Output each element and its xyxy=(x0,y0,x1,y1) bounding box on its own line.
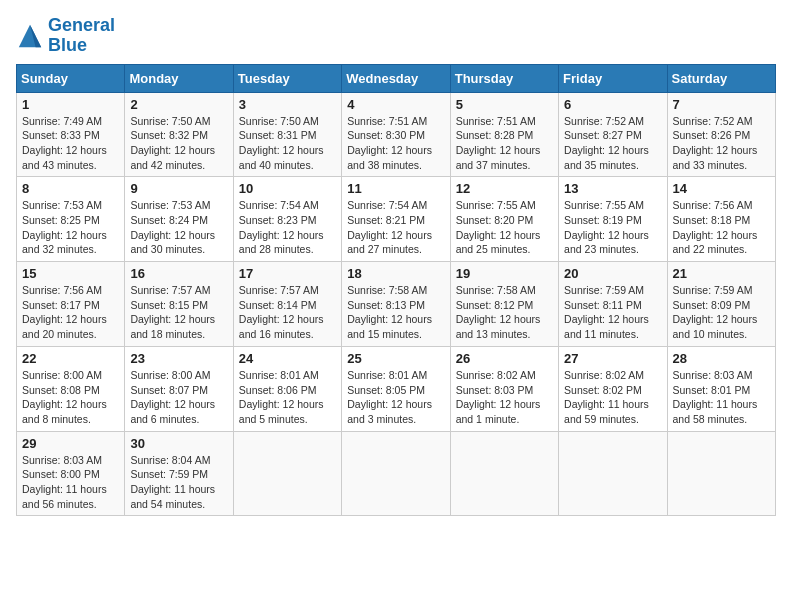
calendar-cell: 1Sunrise: 7:49 AMSunset: 8:33 PMDaylight… xyxy=(17,92,125,177)
day-info: Sunrise: 8:03 AMSunset: 8:01 PMDaylight:… xyxy=(673,368,770,427)
day-number: 7 xyxy=(673,97,770,112)
logo: General Blue xyxy=(16,16,115,56)
calendar-cell: 15Sunrise: 7:56 AMSunset: 8:17 PMDayligh… xyxy=(17,262,125,347)
dow-header: Friday xyxy=(559,64,667,92)
day-number: 4 xyxy=(347,97,444,112)
day-info: Sunrise: 7:56 AMSunset: 8:17 PMDaylight:… xyxy=(22,283,119,342)
day-number: 9 xyxy=(130,181,227,196)
day-number: 25 xyxy=(347,351,444,366)
calendar-table: SundayMondayTuesdayWednesdayThursdayFrid… xyxy=(16,64,776,517)
day-number: 18 xyxy=(347,266,444,281)
calendar-cell xyxy=(450,431,558,516)
day-info: Sunrise: 7:53 AMSunset: 8:24 PMDaylight:… xyxy=(130,198,227,257)
day-info: Sunrise: 7:59 AMSunset: 8:09 PMDaylight:… xyxy=(673,283,770,342)
calendar-cell: 10Sunrise: 7:54 AMSunset: 8:23 PMDayligh… xyxy=(233,177,341,262)
day-number: 28 xyxy=(673,351,770,366)
day-number: 16 xyxy=(130,266,227,281)
day-info: Sunrise: 8:01 AMSunset: 8:06 PMDaylight:… xyxy=(239,368,336,427)
day-info: Sunrise: 7:51 AMSunset: 8:30 PMDaylight:… xyxy=(347,114,444,173)
day-number: 10 xyxy=(239,181,336,196)
day-number: 14 xyxy=(673,181,770,196)
page-header: General Blue xyxy=(16,16,776,56)
calendar-cell: 16Sunrise: 7:57 AMSunset: 8:15 PMDayligh… xyxy=(125,262,233,347)
dow-header: Sunday xyxy=(17,64,125,92)
day-number: 19 xyxy=(456,266,553,281)
calendar-cell: 27Sunrise: 8:02 AMSunset: 8:02 PMDayligh… xyxy=(559,346,667,431)
day-info: Sunrise: 7:52 AMSunset: 8:27 PMDaylight:… xyxy=(564,114,661,173)
calendar-cell xyxy=(233,431,341,516)
calendar-cell xyxy=(667,431,775,516)
calendar-cell: 24Sunrise: 8:01 AMSunset: 8:06 PMDayligh… xyxy=(233,346,341,431)
day-info: Sunrise: 7:54 AMSunset: 8:21 PMDaylight:… xyxy=(347,198,444,257)
day-info: Sunrise: 7:55 AMSunset: 8:20 PMDaylight:… xyxy=(456,198,553,257)
calendar-cell: 14Sunrise: 7:56 AMSunset: 8:18 PMDayligh… xyxy=(667,177,775,262)
day-number: 23 xyxy=(130,351,227,366)
calendar-cell: 30Sunrise: 8:04 AMSunset: 7:59 PMDayligh… xyxy=(125,431,233,516)
day-info: Sunrise: 8:02 AMSunset: 8:03 PMDaylight:… xyxy=(456,368,553,427)
day-info: Sunrise: 7:49 AMSunset: 8:33 PMDaylight:… xyxy=(22,114,119,173)
calendar-cell xyxy=(559,431,667,516)
day-info: Sunrise: 7:58 AMSunset: 8:13 PMDaylight:… xyxy=(347,283,444,342)
calendar-cell: 23Sunrise: 8:00 AMSunset: 8:07 PMDayligh… xyxy=(125,346,233,431)
day-number: 6 xyxy=(564,97,661,112)
day-number: 30 xyxy=(130,436,227,451)
day-number: 3 xyxy=(239,97,336,112)
calendar-cell: 18Sunrise: 7:58 AMSunset: 8:13 PMDayligh… xyxy=(342,262,450,347)
day-info: Sunrise: 7:56 AMSunset: 8:18 PMDaylight:… xyxy=(673,198,770,257)
calendar-cell: 19Sunrise: 7:58 AMSunset: 8:12 PMDayligh… xyxy=(450,262,558,347)
day-number: 22 xyxy=(22,351,119,366)
day-info: Sunrise: 8:00 AMSunset: 8:07 PMDaylight:… xyxy=(130,368,227,427)
calendar-cell: 7Sunrise: 7:52 AMSunset: 8:26 PMDaylight… xyxy=(667,92,775,177)
day-info: Sunrise: 7:59 AMSunset: 8:11 PMDaylight:… xyxy=(564,283,661,342)
day-number: 12 xyxy=(456,181,553,196)
calendar-cell: 6Sunrise: 7:52 AMSunset: 8:27 PMDaylight… xyxy=(559,92,667,177)
dow-header: Saturday xyxy=(667,64,775,92)
calendar-cell: 20Sunrise: 7:59 AMSunset: 8:11 PMDayligh… xyxy=(559,262,667,347)
calendar-cell: 13Sunrise: 7:55 AMSunset: 8:19 PMDayligh… xyxy=(559,177,667,262)
calendar-cell: 29Sunrise: 8:03 AMSunset: 8:00 PMDayligh… xyxy=(17,431,125,516)
calendar-cell: 25Sunrise: 8:01 AMSunset: 8:05 PMDayligh… xyxy=(342,346,450,431)
calendar-cell: 17Sunrise: 7:57 AMSunset: 8:14 PMDayligh… xyxy=(233,262,341,347)
day-number: 1 xyxy=(22,97,119,112)
day-number: 29 xyxy=(22,436,119,451)
calendar-cell: 4Sunrise: 7:51 AMSunset: 8:30 PMDaylight… xyxy=(342,92,450,177)
dow-header: Tuesday xyxy=(233,64,341,92)
calendar-cell: 5Sunrise: 7:51 AMSunset: 8:28 PMDaylight… xyxy=(450,92,558,177)
day-info: Sunrise: 8:03 AMSunset: 8:00 PMDaylight:… xyxy=(22,453,119,512)
day-number: 24 xyxy=(239,351,336,366)
day-info: Sunrise: 7:53 AMSunset: 8:25 PMDaylight:… xyxy=(22,198,119,257)
calendar-cell: 28Sunrise: 8:03 AMSunset: 8:01 PMDayligh… xyxy=(667,346,775,431)
day-info: Sunrise: 7:57 AMSunset: 8:14 PMDaylight:… xyxy=(239,283,336,342)
calendar-cell: 12Sunrise: 7:55 AMSunset: 8:20 PMDayligh… xyxy=(450,177,558,262)
day-info: Sunrise: 7:55 AMSunset: 8:19 PMDaylight:… xyxy=(564,198,661,257)
calendar-cell xyxy=(342,431,450,516)
day-info: Sunrise: 7:50 AMSunset: 8:32 PMDaylight:… xyxy=(130,114,227,173)
day-info: Sunrise: 7:50 AMSunset: 8:31 PMDaylight:… xyxy=(239,114,336,173)
day-info: Sunrise: 7:58 AMSunset: 8:12 PMDaylight:… xyxy=(456,283,553,342)
calendar-cell: 2Sunrise: 7:50 AMSunset: 8:32 PMDaylight… xyxy=(125,92,233,177)
day-info: Sunrise: 8:01 AMSunset: 8:05 PMDaylight:… xyxy=(347,368,444,427)
day-info: Sunrise: 7:51 AMSunset: 8:28 PMDaylight:… xyxy=(456,114,553,173)
day-number: 8 xyxy=(22,181,119,196)
calendar-cell: 21Sunrise: 7:59 AMSunset: 8:09 PMDayligh… xyxy=(667,262,775,347)
day-number: 21 xyxy=(673,266,770,281)
calendar-cell: 11Sunrise: 7:54 AMSunset: 8:21 PMDayligh… xyxy=(342,177,450,262)
day-number: 2 xyxy=(130,97,227,112)
day-number: 17 xyxy=(239,266,336,281)
day-info: Sunrise: 8:00 AMSunset: 8:08 PMDaylight:… xyxy=(22,368,119,427)
dow-header: Monday xyxy=(125,64,233,92)
dow-header: Thursday xyxy=(450,64,558,92)
logo-icon xyxy=(16,22,44,50)
calendar-cell: 3Sunrise: 7:50 AMSunset: 8:31 PMDaylight… xyxy=(233,92,341,177)
day-number: 11 xyxy=(347,181,444,196)
day-number: 27 xyxy=(564,351,661,366)
calendar-cell: 8Sunrise: 7:53 AMSunset: 8:25 PMDaylight… xyxy=(17,177,125,262)
day-number: 5 xyxy=(456,97,553,112)
day-number: 20 xyxy=(564,266,661,281)
dow-header: Wednesday xyxy=(342,64,450,92)
day-info: Sunrise: 7:52 AMSunset: 8:26 PMDaylight:… xyxy=(673,114,770,173)
calendar-cell: 9Sunrise: 7:53 AMSunset: 8:24 PMDaylight… xyxy=(125,177,233,262)
calendar-cell: 22Sunrise: 8:00 AMSunset: 8:08 PMDayligh… xyxy=(17,346,125,431)
calendar-cell: 26Sunrise: 8:02 AMSunset: 8:03 PMDayligh… xyxy=(450,346,558,431)
day-info: Sunrise: 7:57 AMSunset: 8:15 PMDaylight:… xyxy=(130,283,227,342)
